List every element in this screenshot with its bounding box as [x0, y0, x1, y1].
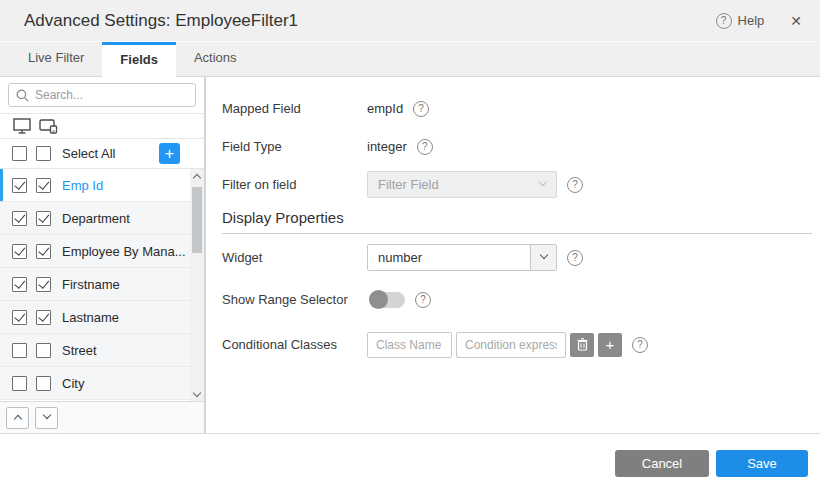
field-row-label: City	[62, 376, 84, 391]
filter-on-field-label: Filter on field	[222, 177, 367, 192]
help-icon: ?	[716, 13, 732, 29]
search-input[interactable]	[9, 84, 195, 106]
field-row-label: Street	[62, 343, 97, 358]
widget-help-icon[interactable]: ?	[567, 250, 583, 266]
field-type-value: integer	[367, 139, 407, 154]
desktop-monitor-icon	[13, 118, 31, 134]
search-box	[8, 83, 196, 107]
move-up-button[interactable]	[6, 407, 29, 429]
mobile-checkbox[interactable]	[36, 211, 51, 226]
help-button[interactable]: ? Help	[716, 13, 765, 29]
field-settings-panel: Mapped Field empId ? Field Type integer …	[206, 77, 820, 433]
conditional-classes-label: Conditional Classes	[222, 337, 367, 352]
chevron-down-icon	[539, 178, 547, 186]
trash-icon	[577, 338, 588, 351]
field-row[interactable]: Department	[0, 202, 190, 235]
fields-sidebar: Select All + Emp Id Department Employee …	[0, 77, 206, 433]
field-row-label: Department	[62, 211, 130, 226]
display-properties-heading: Display Properties	[222, 209, 812, 234]
select-all-label: Select All	[62, 146, 115, 161]
web-checkbox[interactable]	[12, 343, 27, 358]
mobile-checkbox[interactable]	[36, 310, 51, 325]
device-columns-header	[0, 113, 204, 139]
web-checkbox[interactable]	[12, 178, 27, 193]
delete-conditional-class-button[interactable]	[570, 333, 594, 357]
filter-on-field-select: Filter Field	[367, 171, 557, 198]
field-row-label: Lastname	[62, 310, 119, 325]
add-field-button[interactable]: +	[159, 143, 180, 164]
show-range-selector-label: Show Range Selector	[222, 292, 367, 307]
scrollbar-thumb[interactable]	[192, 187, 202, 253]
tab-actions[interactable]: Actions	[176, 42, 255, 76]
field-row[interactable]: Street	[0, 334, 190, 367]
scroll-down-icon[interactable]	[190, 387, 204, 401]
dialog-title: Advanced Settings: EmployeeFilter1	[24, 11, 716, 31]
field-row-label: Firstname	[62, 277, 120, 292]
tab-fields[interactable]: Fields	[102, 42, 176, 77]
widget-select[interactable]: number	[367, 244, 557, 271]
filter-on-field-placeholder: Filter Field	[368, 177, 530, 192]
dialog-header: Advanced Settings: EmployeeFilter1 ? Hel…	[0, 0, 820, 42]
tab-bar: Live Filter Fields Actions	[0, 42, 820, 77]
tab-live-filter[interactable]: Live Filter	[10, 42, 102, 76]
show-range-selector-toggle[interactable]	[369, 292, 405, 308]
save-button[interactable]: Save	[716, 450, 808, 477]
class-name-input[interactable]	[367, 332, 452, 358]
web-checkbox[interactable]	[12, 277, 27, 292]
field-row-label: Emp Id	[62, 178, 103, 193]
field-row[interactable]: Employee By Mana...	[0, 235, 190, 268]
widget-selected-value: number	[368, 250, 530, 265]
field-row[interactable]: City	[0, 367, 190, 400]
mobile-checkbox[interactable]	[36, 178, 51, 193]
sidebar-footer	[0, 401, 204, 433]
close-icon[interactable]: ✕	[786, 11, 806, 31]
select-all-web-checkbox[interactable]	[12, 146, 27, 161]
mobile-checkbox[interactable]	[36, 343, 51, 358]
web-checkbox[interactable]	[12, 310, 27, 325]
mobile-checkbox[interactable]	[36, 244, 51, 259]
plus-icon: +	[606, 336, 615, 353]
mobile-checkbox[interactable]	[36, 376, 51, 391]
conditional-classes-help-icon[interactable]: ?	[632, 337, 648, 353]
web-checkbox[interactable]	[12, 211, 27, 226]
show-range-selector-help-icon[interactable]: ?	[415, 292, 431, 308]
mapped-field-help-icon[interactable]: ?	[413, 101, 429, 117]
field-row[interactable]: Lastname	[0, 301, 190, 334]
select-all-mobile-checkbox[interactable]	[36, 146, 51, 161]
move-down-button[interactable]	[35, 407, 58, 429]
field-row[interactable]: Emp Id	[0, 169, 190, 202]
help-label: Help	[738, 13, 765, 28]
mobile-devices-icon	[39, 118, 59, 134]
field-type-help-icon[interactable]: ?	[417, 139, 433, 155]
condition-expression-input[interactable]	[456, 332, 566, 358]
field-list-wrap: Emp Id Department Employee By Mana... Fi…	[0, 169, 204, 401]
scroll-up-icon[interactable]	[190, 169, 204, 183]
field-row-label: Employee By Mana...	[62, 244, 186, 259]
cancel-button[interactable]: Cancel	[615, 450, 709, 477]
field-list: Emp Id Department Employee By Mana... Fi…	[0, 169, 190, 400]
field-type-label: Field Type	[222, 139, 367, 154]
widget-label: Widget	[222, 250, 367, 265]
chevron-down-icon	[539, 251, 547, 259]
filter-on-field-help-icon[interactable]: ?	[567, 177, 583, 193]
field-row[interactable]: Firstname	[0, 268, 190, 301]
dialog-footer: Cancel Save	[0, 433, 820, 490]
web-checkbox[interactable]	[12, 376, 27, 391]
list-scrollbar[interactable]	[190, 169, 204, 401]
mapped-field-value: empId	[367, 101, 403, 116]
web-checkbox[interactable]	[12, 244, 27, 259]
mobile-checkbox[interactable]	[36, 277, 51, 292]
search-icon	[16, 89, 29, 102]
add-conditional-class-button[interactable]: +	[598, 333, 622, 357]
select-all-row: Select All +	[0, 139, 204, 169]
mapped-field-label: Mapped Field	[222, 101, 367, 116]
